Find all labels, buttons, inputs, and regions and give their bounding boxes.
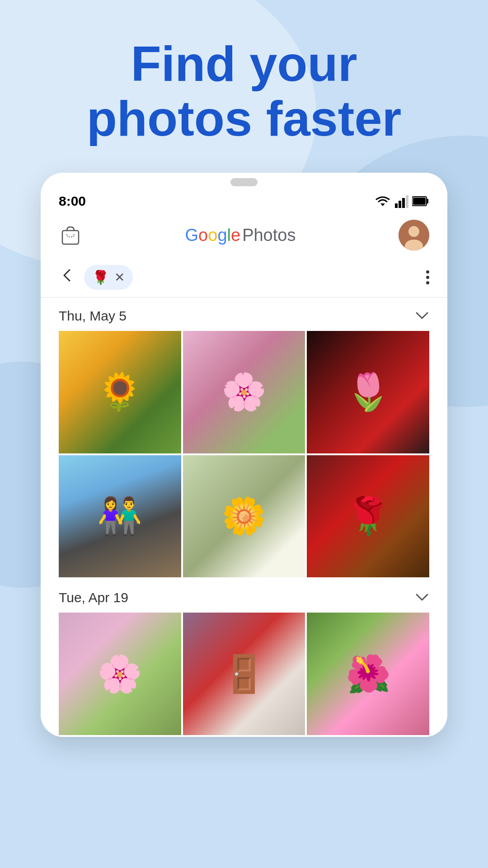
date-header-apr19: Tue, Apr 19 bbox=[59, 579, 429, 613]
google-photos-logo: Google Photos bbox=[185, 226, 296, 245]
top-bar: Google Photos bbox=[41, 212, 447, 258]
photo-people-flowers[interactable] bbox=[59, 455, 181, 578]
photo-sunflowers[interactable] bbox=[59, 331, 181, 453]
svg-rect-3 bbox=[402, 198, 405, 208]
shopping-bag-icon[interactable] bbox=[59, 223, 82, 247]
date-section-apr19: Tue, Apr 19 bbox=[41, 579, 447, 737]
search-area: 🌹 ✕ bbox=[41, 258, 447, 297]
logo-photos-text: Photos bbox=[242, 226, 296, 245]
search-chip[interactable]: 🌹 ✕ bbox=[84, 265, 133, 290]
date-header-may5: Thu, May 5 bbox=[59, 297, 429, 331]
photo-person-door[interactable] bbox=[183, 613, 305, 735]
photo-white-flower[interactable] bbox=[183, 455, 305, 578]
date-label-may5: Thu, May 5 bbox=[59, 308, 127, 324]
logo-google: Google bbox=[185, 226, 241, 245]
phone-notch-area bbox=[41, 173, 447, 190]
svg-rect-1 bbox=[395, 203, 398, 208]
phone-notch bbox=[230, 178, 258, 186]
chevron-apr19[interactable] bbox=[415, 590, 429, 605]
svg-rect-2 bbox=[399, 201, 401, 208]
signal-icon bbox=[395, 194, 408, 208]
wifi-icon bbox=[374, 194, 391, 208]
more-options-button[interactable] bbox=[426, 270, 429, 284]
dot1 bbox=[426, 270, 429, 274]
chip-close-icon[interactable]: ✕ bbox=[114, 270, 125, 285]
phone-mockup: 8:00 bbox=[41, 173, 447, 737]
status-icons bbox=[374, 194, 429, 208]
svg-rect-6 bbox=[427, 199, 428, 203]
status-time: 8:00 bbox=[59, 193, 86, 209]
headline-line2: photos faster bbox=[87, 91, 402, 146]
headline: Find your photos faster bbox=[87, 36, 402, 146]
photo-garden-roses[interactable] bbox=[307, 613, 429, 735]
date-label-apr19: Tue, Apr 19 bbox=[59, 590, 128, 605]
back-button[interactable] bbox=[59, 267, 75, 288]
battery-icon bbox=[412, 196, 429, 207]
photo-red-tulips[interactable] bbox=[307, 331, 429, 453]
svg-rect-7 bbox=[413, 198, 426, 205]
svg-rect-4 bbox=[406, 195, 408, 208]
date-section-may5: Thu, May 5 bbox=[41, 297, 447, 579]
photo-grid-may5 bbox=[59, 331, 429, 579]
svg-rect-8 bbox=[62, 231, 79, 244]
rose-emoji: 🌹 bbox=[92, 269, 109, 285]
svg-point-10 bbox=[408, 226, 419, 237]
dot3 bbox=[426, 281, 429, 284]
photo-wildflowers[interactable] bbox=[59, 613, 181, 735]
avatar[interactable] bbox=[399, 220, 429, 250]
chevron-may5[interactable] bbox=[415, 309, 429, 323]
headline-line1: Find your bbox=[87, 36, 402, 91]
dot2 bbox=[426, 276, 429, 279]
status-bar: 8:00 bbox=[41, 190, 447, 212]
photo-red-roses[interactable] bbox=[307, 455, 429, 578]
svg-marker-0 bbox=[380, 203, 385, 206]
avatar-image bbox=[399, 220, 429, 250]
photo-pink-flowers[interactable] bbox=[183, 331, 305, 453]
photo-grid-apr19 bbox=[59, 613, 429, 737]
